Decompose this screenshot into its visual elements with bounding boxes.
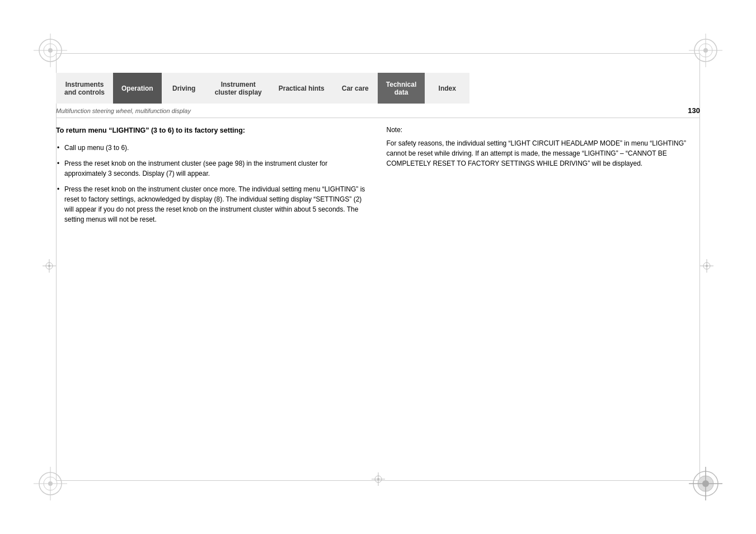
nav-item-technical-data[interactable]: Technical data — [378, 73, 425, 104]
nav-item-instrument-cluster-display[interactable]: Instrument cluster display — [206, 73, 270, 104]
left-column: To return menu “LIGHTING” (3 to 6) to it… — [56, 120, 370, 478]
crosshair-right-mid — [700, 259, 713, 275]
bullet-list: Call up menu (3 to 6). Press the reset k… — [56, 143, 370, 224]
sub-header-title: Multifunction steering wheel, multifunct… — [56, 107, 677, 114]
corner-decoration-tr — [689, 34, 722, 67]
note-text: For safety reasons, the individual setti… — [387, 138, 701, 168]
section-heading: To return menu “LIGHTING” (3 to 6) to it… — [56, 126, 370, 136]
bullet-item-2: Press the reset knob on the instrument c… — [56, 158, 370, 179]
border-top — [56, 53, 700, 54]
corner-decoration-tl — [34, 34, 67, 67]
crosshair-left-mid — [43, 259, 56, 275]
nav-item-index[interactable]: Index — [425, 73, 469, 104]
right-column: Note: For safety reasons, the individual… — [387, 120, 701, 478]
nav-item-driving[interactable]: Driving — [162, 73, 206, 104]
nav-item-car-care[interactable]: Car care — [333, 73, 378, 104]
note-label: Note: — [387, 126, 701, 134]
bullet-item-3: Press the reset knob on the instrument c… — [56, 184, 370, 224]
bullet-item-1: Call up menu (3 to 6). — [56, 143, 370, 153]
nav-item-operation[interactable]: Operation — [113, 73, 162, 104]
nav-item-instruments-and-controls[interactable]: Instruments and controls — [56, 73, 113, 104]
content-area: To return menu “LIGHTING” (3 to 6) to it… — [56, 120, 700, 478]
nav-item-practical-hints[interactable]: Practical hints — [270, 73, 333, 104]
page-number: 130 — [688, 106, 700, 115]
navigation-bar: Instruments and controls Operation Drivi… — [56, 73, 700, 104]
sub-header: Multifunction steering wheel, multifunct… — [56, 106, 700, 118]
